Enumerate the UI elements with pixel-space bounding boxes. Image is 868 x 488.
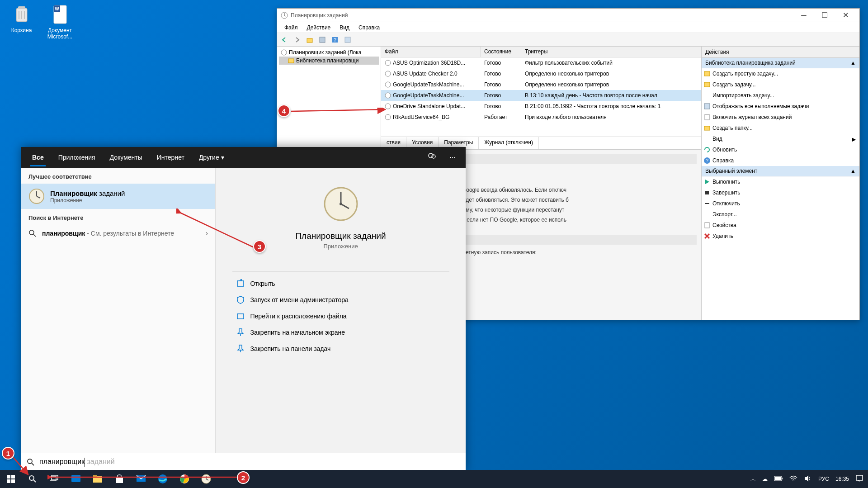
action-create[interactable]: Создать задачу... <box>702 79 859 90</box>
taskbar-chrome[interactable] <box>174 470 195 488</box>
menu-help[interactable]: Справка <box>354 23 384 32</box>
search-feedback-icon[interactable] <box>421 148 443 167</box>
tray-wifi-icon[interactable] <box>787 475 800 483</box>
taskbar-app-1[interactable] <box>65 470 87 488</box>
taskbar-store[interactable] <box>108 470 130 488</box>
ctx-goto-file[interactable]: Перейти к расположению файла <box>232 308 449 324</box>
svg-rect-12 <box>320 37 325 43</box>
ctx-pin-taskbar[interactable]: Закрепить на панели задач <box>232 341 449 357</box>
svg-rect-61 <box>93 476 102 483</box>
actions-group-library[interactable]: Библиотека планировщика заданий▲ <box>702 58 859 68</box>
task-row[interactable]: OneDrive Standalone Updat...ГотовоВ 21:0… <box>381 101 701 112</box>
minimize-button[interactable]: ─ <box>793 9 814 22</box>
task-view-button[interactable] <box>43 470 65 488</box>
ctx-pin-start[interactable]: Закрепить на начальном экране <box>232 324 449 341</box>
toolbar-help[interactable]: ? <box>330 34 340 45</box>
actions-group-selected[interactable]: Выбранный элемент▲ <box>702 166 859 176</box>
svg-rect-63 <box>116 477 123 483</box>
best-match-item[interactable]: Планировщик заданий Приложение <box>21 184 215 209</box>
taskbar-explorer[interactable] <box>87 470 108 488</box>
task-row[interactable]: ASUS Optimization 36D18D...ГотовоФильтр … <box>381 57 701 68</box>
col-header-state[interactable]: Состояние <box>481 47 521 57</box>
tree-library[interactable]: Библиотека планировщи <box>279 57 379 65</box>
action-import[interactable]: Импортировать задачу... <box>702 90 859 101</box>
search-tab-web[interactable]: Интернет <box>150 148 192 166</box>
close-button[interactable]: ✕ <box>835 9 856 22</box>
web-search-item[interactable]: планировщик - См. результаты в Интернете… <box>21 225 215 242</box>
search-preview-right: Планировщик заданий Приложение Открыть З… <box>216 168 466 453</box>
svg-rect-55 <box>11 479 15 483</box>
col-header-name[interactable]: Файл <box>381 47 481 57</box>
maximize-button[interactable]: ☐ <box>814 9 835 22</box>
taskbar: ︿ ☁ РУС 16:35 <box>0 470 868 488</box>
word-doc-icon[interactable]: W Документ Microsof... <box>43 4 77 40</box>
search-tab-all[interactable]: Все <box>25 148 51 166</box>
search-tab-more[interactable]: Другие ▾ <box>192 148 231 166</box>
best-match-label: Лучшее соответствие <box>21 168 215 184</box>
start-button[interactable] <box>0 470 22 488</box>
search-input[interactable]: планировщик заданий <box>21 453 466 471</box>
search-tab-apps[interactable]: Приложения <box>51 148 103 166</box>
taskbar-task-scheduler[interactable] <box>195 470 217 488</box>
titlebar[interactable]: Планировщик заданий ─ ☐ ✕ <box>277 9 859 22</box>
menu-file[interactable]: Файл <box>280 23 302 32</box>
svg-text:?: ? <box>706 158 708 163</box>
task-row-selected[interactable]: GoogleUpdateTaskMachine...ГотовоВ 13:10 … <box>381 90 701 101</box>
taskbar-edge[interactable] <box>152 470 174 488</box>
annotation-badge-3: 3 <box>253 240 266 253</box>
tray-notifications-icon[interactable] <box>853 474 866 484</box>
action-delete[interactable]: Удалить <box>702 231 859 242</box>
tray-battery-icon[interactable] <box>771 476 786 483</box>
svg-line-39 <box>33 234 36 237</box>
toolbar-forward[interactable] <box>292 34 302 45</box>
web-search-label: Поиск в Интернете <box>21 209 215 225</box>
action-new-folder[interactable]: Создать папку... <box>702 123 859 133</box>
system-tray: ︿ ☁ РУС 16:35 <box>748 474 868 484</box>
svg-point-38 <box>29 230 34 235</box>
annotation-badge-4: 4 <box>278 104 290 117</box>
svg-point-33 <box>429 153 433 158</box>
menu-action[interactable]: Действие <box>302 23 335 32</box>
tray-language[interactable]: РУС <box>816 476 832 482</box>
taskbar-mail[interactable] <box>130 470 152 488</box>
toolbar-back[interactable] <box>279 34 290 45</box>
toolbar-prop[interactable] <box>317 34 328 45</box>
col-header-trigger[interactable]: Триггеры <box>521 47 701 57</box>
tray-volume-icon[interactable] <box>801 475 815 483</box>
action-end[interactable]: Завершить <box>702 187 859 198</box>
svg-text:?: ? <box>334 37 336 43</box>
action-show-all[interactable]: Отображать все выполняемые задачи <box>702 101 859 112</box>
toolbar-extra[interactable] <box>342 34 353 45</box>
toolbar-up[interactable] <box>304 34 315 45</box>
tree-root[interactable]: Планировщик заданий (Лока <box>279 48 379 57</box>
ctx-open[interactable]: Открыть <box>232 275 449 292</box>
search-more-icon[interactable]: ⋯ <box>443 149 462 166</box>
action-help[interactable]: ?Справка <box>702 155 859 166</box>
menu-view[interactable]: Вид <box>335 23 354 32</box>
toolbar: ? <box>277 33 859 47</box>
tray-up-icon[interactable]: ︿ <box>748 475 759 483</box>
tray-clock[interactable]: 16:35 <box>833 476 852 482</box>
task-row[interactable]: RtkAudUService64_BGРаботаетПри входе люб… <box>381 112 701 123</box>
annotation-badge-2: 2 <box>237 471 250 484</box>
action-run[interactable]: Выполнить <box>702 176 859 187</box>
action-enable-log[interactable]: Включить журнал всех заданий <box>702 112 859 123</box>
action-refresh[interactable]: Обновить <box>702 144 859 155</box>
search-icon <box>27 458 35 466</box>
action-disable[interactable]: Отключить <box>702 198 859 209</box>
action-create-simple[interactable]: Создать простую задачу... <box>702 68 859 79</box>
svg-rect-74 <box>856 475 863 480</box>
action-export[interactable]: Экспорт... <box>702 209 859 220</box>
search-tab-docs[interactable]: Документы <box>103 148 150 166</box>
svg-rect-73 <box>775 477 781 480</box>
recycle-bin-icon[interactable]: Корзина <box>5 4 38 33</box>
task-row[interactable]: GoogleUpdateTaskMachine...ГотовоОпределе… <box>381 79 701 90</box>
ctx-run-admin[interactable]: Запуск от имени администратора <box>232 292 449 308</box>
svg-point-18 <box>385 60 391 66</box>
task-row[interactable]: ASUS Update Checker 2.0ГотовоОпределено … <box>381 68 701 79</box>
action-props[interactable]: Свойства <box>702 220 859 231</box>
tray-cloud-icon[interactable]: ☁ <box>760 476 770 482</box>
tab-journal[interactable]: Журнал (отключен) <box>479 137 539 149</box>
taskbar-search[interactable] <box>22 470 43 488</box>
action-view[interactable]: Вид▶ <box>702 133 859 144</box>
